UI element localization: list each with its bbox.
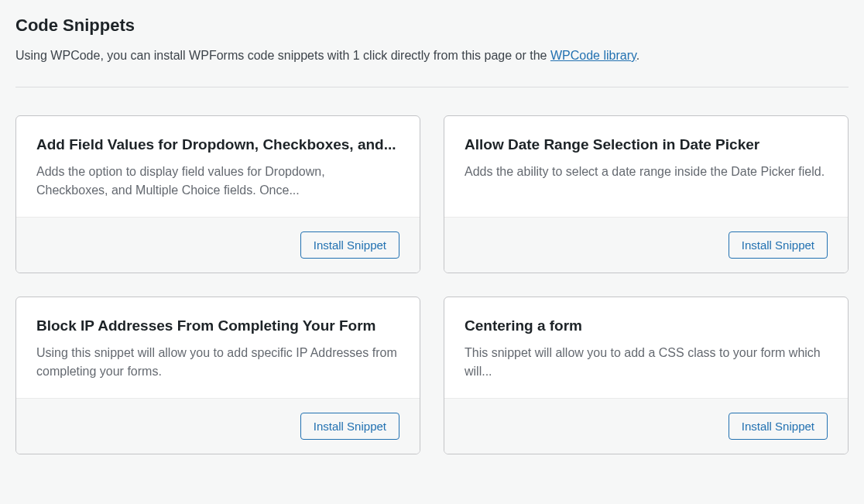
page-title: Code Snippets xyxy=(15,15,849,36)
card-footer: Install Snippet xyxy=(16,398,420,454)
section-divider xyxy=(15,87,849,87)
intro-suffix: . xyxy=(636,49,639,62)
install-snippet-button[interactable]: Install Snippet xyxy=(729,413,828,441)
card-body: Centering a form This snippet will allow… xyxy=(444,297,848,398)
snippet-description: This snippet will allow you to add a CSS… xyxy=(465,344,828,381)
wpcode-library-link[interactable]: WPCode library xyxy=(550,49,636,62)
snippet-grid: Add Field Values for Dropdown, Checkboxe… xyxy=(15,115,849,454)
snippet-card: Add Field Values for Dropdown, Checkboxe… xyxy=(15,115,420,273)
card-footer: Install Snippet xyxy=(444,217,848,273)
page-header: Code Snippets Using WPCode, you can inst… xyxy=(15,15,849,65)
install-snippet-button[interactable]: Install Snippet xyxy=(300,231,399,259)
snippet-description: Adds the option to display field values … xyxy=(36,163,399,200)
snippet-card: Centering a form This snippet will allow… xyxy=(444,297,849,454)
card-footer: Install Snippet xyxy=(444,398,848,454)
snippet-title: Add Field Values for Dropdown, Checkboxe… xyxy=(36,135,399,155)
intro-prefix: Using WPCode, you can install WPForms co… xyxy=(15,49,550,62)
snippet-description: Adds the ability to select a date range … xyxy=(465,163,828,181)
card-footer: Install Snippet xyxy=(16,217,420,273)
page-intro: Using WPCode, you can install WPForms co… xyxy=(15,46,849,65)
card-body: Add Field Values for Dropdown, Checkboxe… xyxy=(16,116,420,217)
snippet-card: Allow Date Range Selection in Date Picke… xyxy=(444,115,849,273)
card-body: Allow Date Range Selection in Date Picke… xyxy=(444,116,848,217)
snippet-description: Using this snippet will allow you to add… xyxy=(36,344,399,381)
card-body: Block IP Addresses From Completing Your … xyxy=(16,297,420,398)
install-snippet-button[interactable]: Install Snippet xyxy=(300,413,399,441)
install-snippet-button[interactable]: Install Snippet xyxy=(729,231,828,259)
snippet-title: Centering a form xyxy=(465,316,828,336)
snippet-title: Block IP Addresses From Completing Your … xyxy=(36,316,399,336)
snippet-card: Block IP Addresses From Completing Your … xyxy=(15,297,420,454)
snippet-title: Allow Date Range Selection in Date Picke… xyxy=(465,135,828,155)
